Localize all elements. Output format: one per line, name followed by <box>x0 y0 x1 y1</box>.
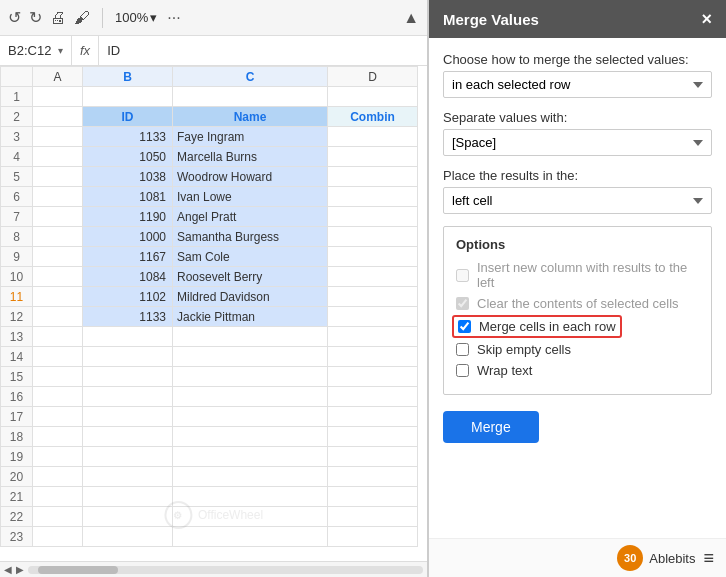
option-skip-empty-checkbox[interactable] <box>456 343 469 356</box>
grid-scroll[interactable]: A B C D 12IDNameCombin31133Faye Ingram41… <box>0 66 427 561</box>
cell-c16[interactable] <box>173 387 328 407</box>
cell-d17[interactable] <box>328 407 418 427</box>
cell-c9[interactable]: Sam Cole <box>173 247 328 267</box>
cell-a21[interactable] <box>33 487 83 507</box>
collapse-icon[interactable]: ▲ <box>403 9 419 27</box>
cell-d8[interactable] <box>328 227 418 247</box>
merge-method-dropdown[interactable]: in each selected row <box>443 71 712 98</box>
cell-c11[interactable]: Mildred Davidson <box>173 287 328 307</box>
cell-b6[interactable]: 1081 <box>83 187 173 207</box>
col-header-d[interactable]: D <box>328 67 418 87</box>
cell-c18[interactable] <box>173 427 328 447</box>
cell-d15[interactable] <box>328 367 418 387</box>
scroll-left-icon[interactable]: ◀ <box>4 564 12 575</box>
cell-b11[interactable]: 1102 <box>83 287 173 307</box>
cell-c22[interactable] <box>173 507 328 527</box>
cell-d23[interactable] <box>328 527 418 547</box>
cell-b2[interactable]: ID <box>83 107 173 127</box>
cell-c23[interactable] <box>173 527 328 547</box>
cell-a19[interactable] <box>33 447 83 467</box>
cell-c4[interactable]: Marcella Burns <box>173 147 328 167</box>
cell-b1[interactable] <box>83 87 173 107</box>
cell-b4[interactable]: 1050 <box>83 147 173 167</box>
cell-b9[interactable]: 1167 <box>83 247 173 267</box>
cell-b12[interactable]: 1133 <box>83 307 173 327</box>
cell-c8[interactable]: Samantha Burgess <box>173 227 328 247</box>
cell-a8[interactable] <box>33 227 83 247</box>
close-button[interactable]: × <box>701 10 712 28</box>
cell-a22[interactable] <box>33 507 83 527</box>
cell-a20[interactable] <box>33 467 83 487</box>
cell-a4[interactable] <box>33 147 83 167</box>
cell-d9[interactable] <box>328 247 418 267</box>
cell-a13[interactable] <box>33 327 83 347</box>
cell-a1[interactable] <box>33 87 83 107</box>
cell-b21[interactable] <box>83 487 173 507</box>
cell-c3[interactable]: Faye Ingram <box>173 127 328 147</box>
cell-a2[interactable] <box>33 107 83 127</box>
cell-c2[interactable]: Name <box>173 107 328 127</box>
cell-c17[interactable] <box>173 407 328 427</box>
more-icon[interactable]: ··· <box>167 9 180 27</box>
option-merge-cells-checkbox[interactable] <box>458 320 471 333</box>
cell-a23[interactable] <box>33 527 83 547</box>
cell-b5[interactable]: 1038 <box>83 167 173 187</box>
cell-b7[interactable]: 1190 <box>83 207 173 227</box>
cell-c10[interactable]: Roosevelt Berry <box>173 267 328 287</box>
cell-c14[interactable] <box>173 347 328 367</box>
cell-b17[interactable] <box>83 407 173 427</box>
cell-c5[interactable]: Woodrow Howard <box>173 167 328 187</box>
cell-d5[interactable] <box>328 167 418 187</box>
col-header-a[interactable]: A <box>33 67 83 87</box>
cell-a18[interactable] <box>33 427 83 447</box>
separator-dropdown[interactable]: [Space] <box>443 129 712 156</box>
cell-d12[interactable] <box>328 307 418 327</box>
cell-b8[interactable]: 1000 <box>83 227 173 247</box>
cell-c21[interactable] <box>173 487 328 507</box>
cell-a5[interactable] <box>33 167 83 187</box>
cell-d2[interactable]: Combin <box>328 107 418 127</box>
cell-b19[interactable] <box>83 447 173 467</box>
redo-icon[interactable]: ↻ <box>29 8 42 27</box>
cell-d4[interactable] <box>328 147 418 167</box>
cell-d13[interactable] <box>328 327 418 347</box>
cell-d18[interactable] <box>328 427 418 447</box>
cell-b15[interactable] <box>83 367 173 387</box>
scroll-thumb[interactable] <box>38 566 118 574</box>
cell-d14[interactable] <box>328 347 418 367</box>
cell-b13[interactable] <box>83 327 173 347</box>
cell-b10[interactable]: 1084 <box>83 267 173 287</box>
cell-d21[interactable] <box>328 487 418 507</box>
cell-c12[interactable]: Jackie Pittman <box>173 307 328 327</box>
cell-c20[interactable] <box>173 467 328 487</box>
cell-d6[interactable] <box>328 187 418 207</box>
option-clear-contents-checkbox[interactable] <box>456 297 469 310</box>
cell-d19[interactable] <box>328 447 418 467</box>
cell-b18[interactable] <box>83 427 173 447</box>
cell-d7[interactable] <box>328 207 418 227</box>
undo-icon[interactable]: ↺ <box>8 8 21 27</box>
cell-a6[interactable] <box>33 187 83 207</box>
col-header-c[interactable]: C <box>173 67 328 87</box>
cell-a11[interactable] <box>33 287 83 307</box>
cell-a15[interactable] <box>33 367 83 387</box>
option-wrap-text-checkbox[interactable] <box>456 364 469 377</box>
cell-c1[interactable] <box>173 87 328 107</box>
cell-d10[interactable] <box>328 267 418 287</box>
scroll-track[interactable] <box>28 566 423 574</box>
merge-button[interactable]: Merge <box>443 411 539 443</box>
cell-b3[interactable]: 1133 <box>83 127 173 147</box>
cell-a3[interactable] <box>33 127 83 147</box>
cell-b20[interactable] <box>83 467 173 487</box>
col-header-b[interactable]: B <box>83 67 173 87</box>
horizontal-scrollbar[interactable]: ◀ ▶ <box>0 561 427 577</box>
cell-c13[interactable] <box>173 327 328 347</box>
cell-a16[interactable] <box>33 387 83 407</box>
cell-d1[interactable] <box>328 87 418 107</box>
zoom-control[interactable]: 100% ▾ <box>115 10 157 25</box>
cell-c6[interactable]: Ivan Lowe <box>173 187 328 207</box>
cell-b23[interactable] <box>83 527 173 547</box>
cell-reference[interactable]: B2:C12 ▾ <box>0 36 72 65</box>
cell-d3[interactable] <box>328 127 418 147</box>
cell-c15[interactable] <box>173 367 328 387</box>
